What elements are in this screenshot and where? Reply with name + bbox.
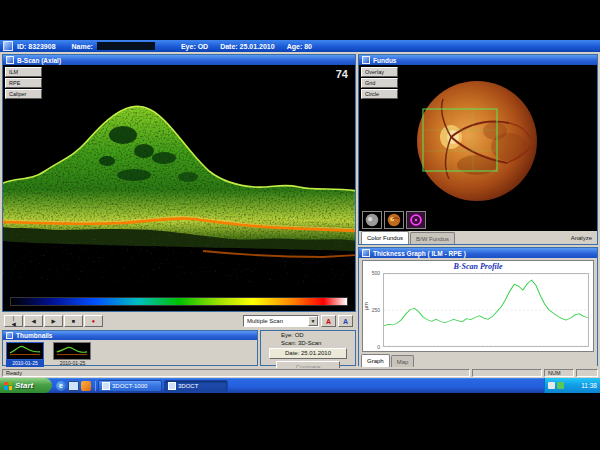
etdrs-circle-thumbnail[interactable]: [406, 211, 426, 229]
chart-title: B-Scan Profile: [363, 262, 593, 271]
thumbnails-panel-icon: [6, 332, 13, 339]
step-back-button[interactable]: ◀: [24, 315, 43, 327]
taskbar-task-3doct-1000[interactable]: 3DOCT-1000: [98, 380, 162, 392]
tab-color-fundus[interactable]: Color Fundus: [361, 231, 409, 244]
fundus-tool-buttons: Overlay Grid Circle: [361, 67, 398, 100]
y-axis-unit-label: μm: [363, 302, 369, 310]
thickness-body: B-Scan Profile 0250500 μm: [359, 258, 597, 354]
ilm-button[interactable]: ILM: [5, 67, 42, 77]
show-desktop-icon[interactable]: [68, 381, 79, 391]
tab-map[interactable]: Map: [391, 355, 415, 367]
task-window-icon: [102, 382, 110, 390]
taskbar-clock: 11:38: [581, 382, 597, 389]
intensity-colorbar: [10, 297, 348, 306]
thickness-panel-title: Thickness Graph ( ILM - RPE ): [373, 250, 466, 257]
tab-bw-fundus[interactable]: B/W Fundus: [410, 232, 455, 244]
stop-button[interactable]: ■: [64, 315, 83, 327]
fundus-panel-icon: [362, 56, 370, 64]
thickness-panel-icon: [362, 249, 370, 257]
bw-fundus-thumbnail[interactable]: [362, 211, 382, 229]
circle-button[interactable]: Circle: [361, 89, 398, 99]
quick-launch-bar: e: [52, 381, 96, 391]
patient-name-label: Name:: [72, 43, 93, 50]
scan-info-eye: Eye: OD: [261, 331, 355, 340]
task-label: 3DOCT: [178, 383, 198, 389]
fundus-panel: Fundus: [358, 54, 598, 245]
playback-toolbar: |◀ ◀ ▶ ■ ● Multiple Scan ▼ A A: [2, 314, 356, 328]
play-button[interactable]: ▶: [44, 315, 63, 327]
windows-flag-icon: [4, 382, 12, 390]
oct-bscan-image[interactable]: [3, 65, 355, 293]
annotation-button[interactable]: A: [321, 315, 336, 327]
thumbnail-item[interactable]: 2010-01-25: [53, 342, 91, 367]
task-window-icon: [168, 382, 176, 390]
scan-info-scan: Scan: 3D-Scan: [261, 340, 355, 347]
profile-chart: B-Scan Profile 0250500 μm: [362, 260, 594, 352]
bscan-panel-icon: [6, 56, 14, 64]
thumbnail-caption: 2010-01-25: [6, 360, 44, 367]
fundus-mode-thumbnails: [362, 211, 428, 229]
task-label: 3DOCT-1000: [112, 383, 147, 389]
app-window-icon: [3, 41, 13, 51]
profile-plot: [383, 273, 589, 347]
app-titlebar: ID: 8323908 Name: Eye: OD Date: 25.01.20…: [0, 40, 600, 52]
start-button[interactable]: Start: [0, 378, 52, 393]
scan-mode-value: Multiple Scan: [244, 318, 308, 324]
bscan-image-area[interactable]: ILM RPE Caliper 74: [3, 65, 355, 311]
status-cell-empty-2: [576, 369, 598, 377]
record-button[interactable]: ●: [84, 315, 103, 327]
workspace: B-Scan (Axial): [0, 52, 600, 368]
exam-date-label: Date: 25.01.2010: [220, 43, 274, 50]
tab-graph[interactable]: Graph: [361, 354, 390, 367]
thickness-panel-titlebar[interactable]: Thickness Graph ( ILM - RPE ): [359, 248, 597, 258]
thumbnails-panel: Thumbnails 2010-01-25: [2, 330, 258, 366]
thumbnail-image-selected[interactable]: [6, 342, 44, 360]
thumbnail-caption: 2010-01-25: [53, 360, 91, 367]
age-label: Age: 80: [287, 43, 312, 50]
playback-right-group: Multiple Scan ▼ A A: [243, 315, 353, 327]
thumbnails-panel-title: Thumbnails: [16, 332, 52, 339]
step-first-button[interactable]: |◀: [4, 315, 23, 327]
thumbnails-panel-titlebar[interactable]: Thumbnails: [3, 331, 257, 340]
overlay-button[interactable]: Overlay: [361, 67, 398, 77]
scan-mode-dropdown[interactable]: Multiple Scan ▼: [243, 315, 319, 327]
media-player-icon[interactable]: [81, 381, 91, 391]
chevron-down-icon[interactable]: ▼: [308, 316, 318, 326]
tray-icon-1[interactable]: [548, 382, 555, 389]
bscan-tool-buttons: ILM RPE Caliper: [5, 67, 42, 100]
tray-icon-2[interactable]: [557, 382, 564, 389]
rpe-button[interactable]: RPE: [5, 78, 42, 88]
browser-icon[interactable]: e: [56, 381, 66, 391]
thumbnail-image[interactable]: [53, 342, 91, 360]
color-fundus-thumbnail[interactable]: [384, 211, 404, 229]
caliper-button[interactable]: Caliper: [5, 89, 42, 99]
eye-label: Eye: OD: [181, 43, 208, 50]
analyze-button[interactable]: Analyze: [571, 235, 595, 241]
start-button-label: Start: [15, 381, 33, 390]
thickness-panel: Thickness Graph ( ILM - RPE ) B-Scan Pro…: [358, 247, 598, 366]
status-cell-empty: [472, 369, 542, 377]
taskbar: Start e 3DOCT-1000 3DOCT 11:38: [0, 378, 600, 393]
thumbnail-item[interactable]: 2010-01-25: [6, 342, 44, 367]
bscan-panel: B-Scan (Axial): [2, 54, 356, 312]
statusbar: Ready NUM: [0, 368, 600, 378]
thumbnails-list: 2010-01-25 2010-01-25: [3, 340, 257, 365]
num-lock-indicator: NUM: [544, 369, 574, 377]
text-tool-button[interactable]: A: [338, 315, 353, 327]
patient-name-redacted: [97, 42, 155, 50]
scan-info-date-button[interactable]: Date: 25.01.2010: [269, 348, 347, 359]
fundus-panel-titlebar[interactable]: Fundus: [359, 55, 597, 65]
scan-info-panel: Eye: OD Scan: 3D-Scan Date: 25.01.2010 C…: [260, 330, 356, 366]
patient-id-label: ID: 8323908: [17, 43, 56, 50]
taskbar-task-3doct[interactable]: 3DOCT: [164, 380, 228, 392]
bscan-panel-title: B-Scan (Axial): [17, 57, 61, 64]
thickness-tabstrip: Graph Map: [359, 354, 597, 367]
fundus-panel-title: Fundus: [373, 57, 396, 64]
frame-number: 74: [336, 68, 348, 80]
bscan-panel-titlebar[interactable]: B-Scan (Axial): [3, 55, 355, 65]
fundus-image-area[interactable]: Overlay Grid Circle: [359, 65, 597, 231]
system-tray: 11:38: [544, 378, 600, 393]
grid-button[interactable]: Grid: [361, 78, 398, 88]
status-message: Ready: [2, 369, 470, 377]
profile-yticks: 0250500: [363, 273, 382, 347]
